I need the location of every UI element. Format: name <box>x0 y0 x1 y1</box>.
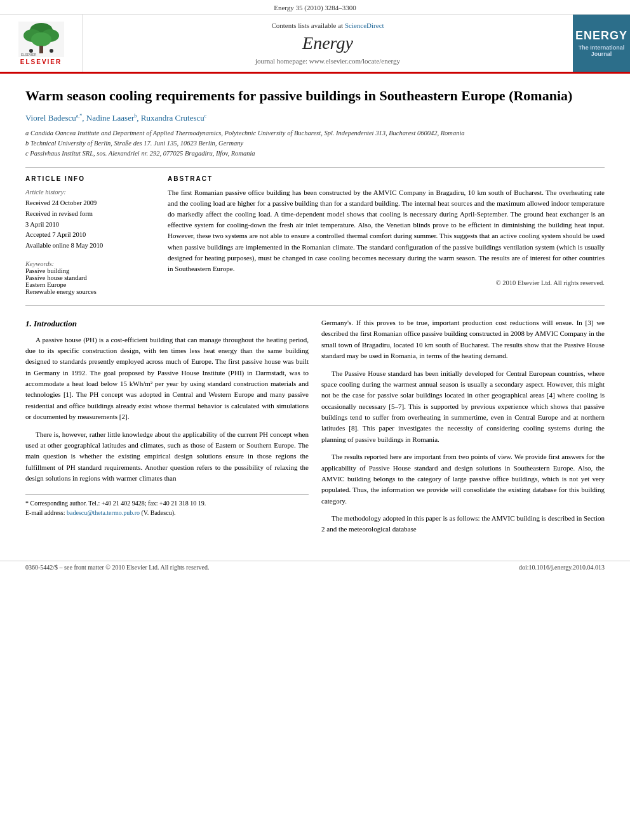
energy-badge: ENERGY The InternationalJournal <box>573 27 630 60</box>
accepted-date: Accepted 7 April 2010 <box>25 230 152 241</box>
author-ruxandra: Ruxandra Crutescu <box>141 113 204 123</box>
email-label: E-mail address: <box>25 509 65 516</box>
page: Energy 35 (2010) 3284–3300 ELSEVIER <box>0 0 630 840</box>
divider-2 <box>25 305 605 306</box>
sciencedirect-line: Contents lists available at ScienceDirec… <box>271 22 384 29</box>
section1-right-para1: Germany's. If this proves to be true, im… <box>321 317 605 362</box>
received-date: Received 24 October 2009 <box>25 198 152 209</box>
authors-line: Viorel Badescua,*, Nadine Laaserb, Ruxan… <box>25 113 605 123</box>
journal-header: ELSEVIER ELSEVIER Contents lists availab… <box>0 15 630 74</box>
article-info-label: ARTICLE INFO <box>25 175 152 182</box>
history-label: Article history: <box>25 187 152 198</box>
footnote-section: * Corresponding author. Tel.: +40 21 402… <box>25 494 309 517</box>
journal-title: Energy <box>302 33 353 53</box>
elsevier-brand-text: ELSEVIER <box>20 58 62 65</box>
section1-right-para3: The results reported here are important … <box>321 451 605 507</box>
info-abstract-section: ARTICLE INFO Article history: Received 2… <box>25 175 605 295</box>
affiliation-b: b Technical University of Berlin, Straße… <box>25 138 605 149</box>
received-revised-label: Received in revised form <box>25 209 152 220</box>
main-col-right: Germany's. If this proves to be true, im… <box>321 317 605 542</box>
article-history: Article history: Received 24 October 200… <box>25 187 152 251</box>
journal-center: Contents lists available at ScienceDirec… <box>83 15 573 72</box>
email-line: E-mail address: badescu@theta.termo.pub.… <box>25 508 309 517</box>
affiliations: a Candida Oancea Institute and Departmen… <box>25 128 605 158</box>
corresponding-author: * Corresponding author. Tel.: +40 21 402… <box>25 498 309 508</box>
svg-text:ELSEVIER: ELSEVIER <box>21 53 37 57</box>
svg-point-4 <box>31 32 51 46</box>
bottom-bar: 0360-5442/$ – see front matter © 2010 El… <box>0 561 630 573</box>
affiliation-a: a Candida Oancea Institute and Departmen… <box>25 128 605 138</box>
keyword-3: Eastern Europe <box>25 281 152 288</box>
keyword-4: Renewable energy sources <box>25 288 152 295</box>
abstract-label: ABSTRACT <box>168 175 605 182</box>
article-body: Warm season cooling requirements for pas… <box>0 74 630 554</box>
email-link[interactable]: badescu@theta.termo.pub.ro <box>67 509 140 516</box>
keyword-1: Passive building <box>25 267 152 274</box>
article-title: Warm season cooling requirements for pas… <box>25 86 605 105</box>
doi-line: doi:10.1016/j.energy.2010.04.013 <box>519 564 605 571</box>
elsevier-logo-section: ELSEVIER ELSEVIER <box>0 15 83 72</box>
abstract-col: ABSTRACT The first Romanian passive offi… <box>168 175 605 295</box>
keywords-block: Keywords: Passive building Passive house… <box>25 260 152 295</box>
keyword-2: Passive house standard <box>25 274 152 281</box>
keywords-label: Keywords: <box>25 260 152 267</box>
elsevier-logo: ELSEVIER ELSEVIER <box>18 22 64 65</box>
author-nadine: Nadine Laaser <box>86 113 134 123</box>
svg-rect-5 <box>39 46 43 53</box>
section1-para1: A passive house (PH) is a cost-efficient… <box>25 335 309 423</box>
section1-para2: There is, however, rather little knowled… <box>25 429 309 484</box>
energy-badge-section: ENERGY The InternationalJournal <box>573 15 630 72</box>
email-name: (V. Badescu). <box>142 509 176 516</box>
journal-ref: Energy 35 (2010) 3284–3300 <box>274 4 356 11</box>
svg-point-7 <box>50 49 53 53</box>
abstract-text: The first Romanian passive office buildi… <box>168 187 605 274</box>
top-bar: Energy 35 (2010) 3284–3300 <box>0 0 630 15</box>
main-content: 1. Introduction A passive house (PH) is … <box>25 317 605 542</box>
affiliation-c: c Passivhaus Institut SRL, sos. Alexandr… <box>25 149 605 159</box>
available-date: Available online 8 May 2010 <box>25 241 152 251</box>
journal-homepage: journal homepage: www.elsevier.com/locat… <box>255 57 400 65</box>
elsevier-tree-icon: ELSEVIER <box>18 22 64 57</box>
sciencedirect-link[interactable]: ScienceDirect <box>345 22 384 29</box>
revised-date: 3 April 2010 <box>25 220 152 230</box>
section1-right-para2: The Passive House standard has been init… <box>321 368 605 446</box>
copyright-line: © 2010 Elsevier Ltd. All rights reserved… <box>168 279 605 286</box>
section1-right-para4: The methodology adopted in this paper is… <box>321 513 605 535</box>
article-info-col: ARTICLE INFO Article history: Received 2… <box>25 175 152 295</box>
main-col-left: 1. Introduction A passive house (PH) is … <box>25 317 309 542</box>
issn-line: 0360-5442/$ – see front matter © 2010 El… <box>25 564 209 571</box>
section1-heading: 1. Introduction <box>25 317 309 331</box>
author-viorel: Viorel Badescu <box>25 113 76 123</box>
divider-1 <box>25 167 605 168</box>
